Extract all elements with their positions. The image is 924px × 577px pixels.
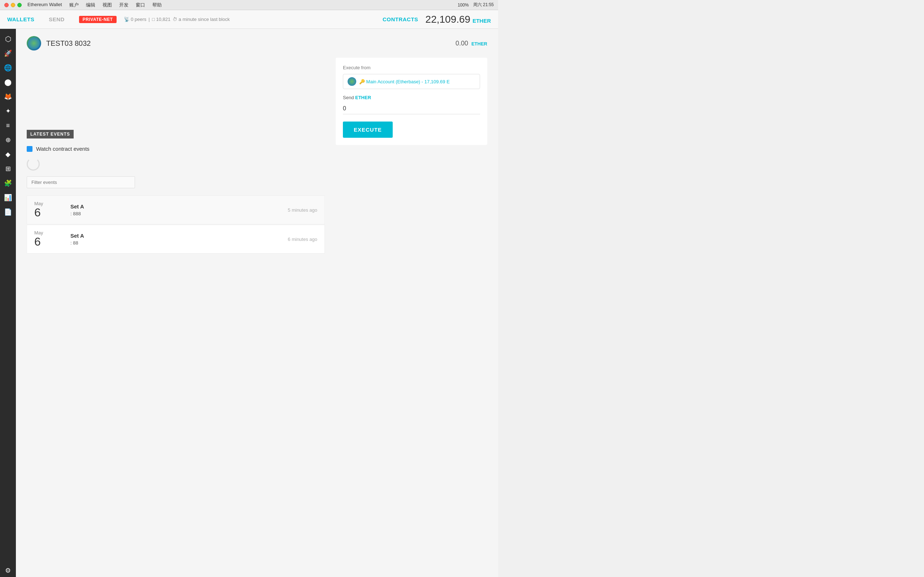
last-block-time: ⏱ a minute since last block xyxy=(173,16,229,22)
loading-spinner xyxy=(27,158,40,171)
traffic-lights[interactable] xyxy=(4,3,22,7)
sidebar-diamond-icon[interactable]: ◆ xyxy=(2,148,15,161)
account-selector[interactable]: 🔑 Main Account (Etherbase) - 17,109.69 E xyxy=(343,74,480,89)
sidebar-fox-icon[interactable]: 🦊 xyxy=(2,90,15,103)
nav-wallets[interactable]: WALLETS xyxy=(7,16,34,23)
event-row: May 6 Set A : 888 5 minutes ago xyxy=(27,195,325,224)
menu-help[interactable]: 帮助 xyxy=(152,2,162,8)
sidebar-globe-icon[interactable]: 🌐 xyxy=(2,61,15,74)
battery-status: 100% xyxy=(458,3,469,8)
menu-accounts[interactable]: 账户 xyxy=(69,2,79,8)
two-column-layout: LATEST EVENTS Watch contract events xyxy=(27,58,487,254)
close-button[interactable] xyxy=(4,3,9,7)
latest-events-section: LATEST EVENTS Watch contract events xyxy=(27,130,325,253)
event-month: May xyxy=(34,201,70,206)
clock: 周六 21:55 xyxy=(473,2,494,8)
event-details: Set A : 888 xyxy=(70,203,288,216)
events-section-header: LATEST EVENTS xyxy=(27,130,74,139)
event-name: Set A xyxy=(70,203,288,210)
right-column: Execute from 🔑 Main Account (Etherbase) … xyxy=(336,58,487,254)
app-layout: ⬡ 🚀 🌐 ⬤ 🦊 ✦ ≡ ⊕ ◆ ⊞ 🧩 📊 📄 ⚙ TEST03 8032 … xyxy=(0,29,498,577)
contract-balance: 0.00 ETHER xyxy=(456,40,487,47)
event-name: Set A xyxy=(70,233,288,239)
event-day: 6 xyxy=(34,235,70,248)
nav-send[interactable]: SEND xyxy=(49,16,65,23)
maximize-button[interactable] xyxy=(17,3,22,7)
sidebar-chart-icon[interactable]: 📊 xyxy=(2,191,15,204)
execute-button[interactable]: EXECUTE xyxy=(343,121,393,138)
event-date: May 6 xyxy=(34,230,70,248)
events-list: May 6 Set A : 888 5 minutes ago xyxy=(27,195,325,253)
nav-bar: WALLETS SEND PRIVATE-NET 📡 0 peers | □ 1… xyxy=(0,10,498,29)
sidebar-circle-icon[interactable]: ⬤ xyxy=(2,76,15,89)
network-status: 📡 0 peers | □ 10,821 ⏱ a minute since la… xyxy=(124,16,230,22)
nav-contracts[interactable]: CONTRACTS xyxy=(383,16,418,23)
watch-events-row[interactable]: Watch contract events xyxy=(27,146,325,152)
sidebar-star-icon[interactable]: ✦ xyxy=(2,105,15,118)
nav-balance: 22,109.69ETHER xyxy=(426,14,491,25)
event-date: May 6 xyxy=(34,201,70,219)
sidebar-ethereum-icon[interactable]: ⬡ xyxy=(2,32,15,45)
sidebar-settings-icon[interactable]: ⚙ xyxy=(2,564,15,577)
event-time: 6 minutes ago xyxy=(288,237,317,242)
network-badge: PRIVATE-NET xyxy=(79,16,116,23)
menu-edit[interactable]: 编辑 xyxy=(86,2,95,8)
send-ether-label: Send ETHER xyxy=(343,95,480,100)
event-value: : 88 xyxy=(70,240,288,246)
title-bar: Ethereum Wallet 账户 编辑 视图 开发 窗口 帮助 100% 周… xyxy=(0,0,498,10)
contract-icon-inner xyxy=(28,37,40,49)
execute-panel: Execute from 🔑 Main Account (Etherbase) … xyxy=(336,58,487,145)
event-month: May xyxy=(34,230,70,235)
menu-window[interactable]: 窗口 xyxy=(136,2,145,8)
event-time: 5 minutes ago xyxy=(288,207,317,213)
left-column: LATEST EVENTS Watch contract events xyxy=(27,58,325,254)
account-avatar xyxy=(347,77,356,86)
event-row: May 6 Set A : 88 6 minutes ago xyxy=(27,225,325,253)
sidebar-puzzle-icon[interactable]: 🧩 xyxy=(2,177,15,190)
ether-amount-input[interactable] xyxy=(343,103,480,114)
sidebar-list-icon[interactable]: ≡ xyxy=(2,119,15,132)
watch-events-label: Watch contract events xyxy=(36,146,89,152)
sidebar-grid-icon[interactable]: ⊞ xyxy=(2,162,15,175)
nav-right: CONTRACTS 22,109.69ETHER xyxy=(383,14,491,25)
sidebar-target-icon[interactable]: ⊕ xyxy=(2,134,15,147)
menu-bar: Ethereum Wallet 账户 编辑 视图 开发 窗口 帮助 xyxy=(27,2,162,8)
main-content: TEST03 8032 0.00 ETHER LATEST EVENTS Wat… xyxy=(16,29,498,577)
app-name: Ethereum Wallet xyxy=(27,2,62,8)
peers-status: 📡 0 peers xyxy=(124,16,147,22)
contract-name: TEST03 8032 xyxy=(46,39,90,48)
watch-events-checkbox[interactable] xyxy=(27,146,32,152)
event-details: Set A : 88 xyxy=(70,233,288,246)
event-day: 6 xyxy=(34,206,70,219)
menu-dev[interactable]: 开发 xyxy=(119,2,129,8)
minimize-button[interactable] xyxy=(11,3,15,7)
menu-view[interactable]: 视图 xyxy=(102,2,112,8)
event-value: : 888 xyxy=(70,211,288,216)
block-count: □ 10,821 xyxy=(152,16,170,22)
contract-header: TEST03 8032 0.00 ETHER xyxy=(27,36,487,50)
title-bar-status: 100% 周六 21:55 xyxy=(458,2,494,8)
sidebar-document-icon[interactable]: 📄 xyxy=(2,206,15,219)
sidebar-rocket-icon[interactable]: 🚀 xyxy=(2,47,15,60)
execute-from-label: Execute from xyxy=(343,65,480,70)
contract-icon xyxy=(27,36,41,50)
filter-events-input[interactable] xyxy=(27,176,135,188)
sidebar: ⬡ 🚀 🌐 ⬤ 🦊 ✦ ≡ ⊕ ◆ ⊞ 🧩 📊 📄 ⚙ xyxy=(0,29,16,577)
account-label: 🔑 Main Account (Etherbase) - 17,109.69 E xyxy=(359,79,450,84)
